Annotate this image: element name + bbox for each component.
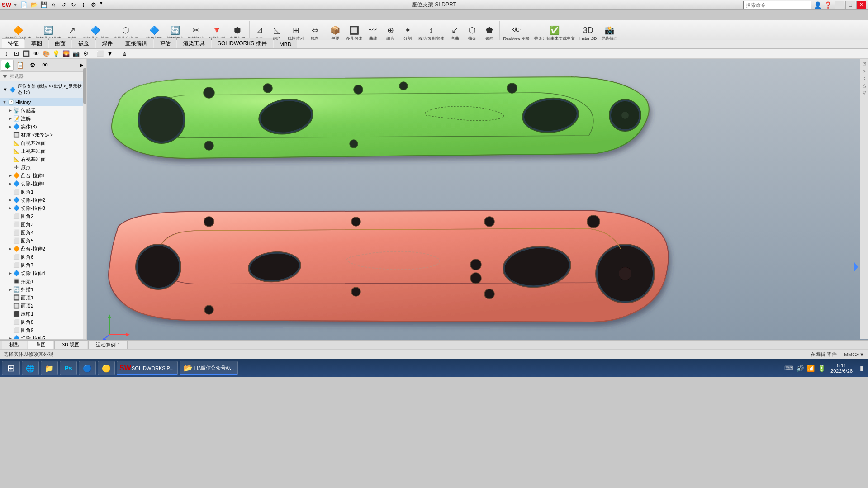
tab-surface[interactable]: 曲面 — [49, 38, 71, 48]
rt-btn-4[interactable]: △ — [861, 81, 868, 89]
tray-icon-1[interactable]: ⌨ — [784, 364, 793, 373]
tree-item-dome2[interactable]: ▶ 🔲 面顶2 — [0, 302, 86, 310]
tab-weldment[interactable]: 焊件 — [96, 38, 119, 48]
system-clock[interactable]: 6:11 2022/6/28 — [828, 363, 855, 374]
search-input[interactable] — [743, 1, 811, 9]
show-desktop-btn[interactable]: ▮ — [857, 364, 866, 373]
combine-btn[interactable]: ⊕ 组合 — [382, 24, 398, 42]
lights-btn[interactable]: 💡 — [52, 49, 61, 58]
cursor-btn[interactable]: ⊹ — [79, 0, 88, 9]
move-copy-btn[interactable]: ↕ 移动/复制实体 — [417, 24, 446, 42]
tree-item-fillet6[interactable]: ▶ ⬜ 圆角6 — [0, 253, 86, 261]
tree-item-cut-extrude5[interactable]: ▶ 🔷 切除-拉伸5 — [0, 334, 86, 339]
taskbar-solidworks[interactable]: SW SOLIDWORKS P... — [117, 361, 178, 375]
section-view-btn[interactable]: ⊡ — [12, 49, 21, 58]
rt-btn-3[interactable]: ◁ — [861, 74, 868, 81]
tree-item-fillet8[interactable]: ▶ ⬜ 圆角8 — [0, 318, 86, 326]
tree-item-fillet1[interactable]: ▶ ⬜ 圆角1 — [0, 188, 86, 196]
select-filter-btn[interactable]: ⬜ — [95, 49, 104, 58]
start-btn[interactable]: ⊞ — [2, 361, 20, 375]
tree-item-origin[interactable]: ▶ ✛ 原点 — [0, 163, 86, 171]
bend-btn[interactable]: ↙ 弯曲 — [447, 24, 463, 42]
tree-item-history[interactable]: ▼ 🕐 History — [0, 98, 86, 106]
curves-btn[interactable]: 〰 曲线 — [365, 24, 381, 42]
rt-btn-2[interactable]: ▷ — [861, 67, 868, 74]
restore-btn[interactable]: □ — [845, 1, 855, 9]
tree-item-cut-extrude2[interactable]: ▶ 🔷 切除-拉伸2 — [0, 196, 86, 204]
tree-item-cut-extrude3[interactable]: ▶ 🔷 切除-拉伸3 — [0, 204, 86, 212]
taskbar-app5[interactable]: 🟡 — [98, 361, 115, 375]
pattern-btn[interactable]: ⊞ 线性阵列 — [286, 24, 306, 42]
instant3d-btn[interactable]: 3D Instant3D — [578, 24, 599, 42]
tab-features[interactable]: 特征 — [2, 38, 24, 48]
taskbar-ps[interactable]: Ps — [60, 361, 77, 375]
split-btn[interactable]: ✦ 分割 — [399, 24, 416, 42]
realview-btn[interactable]: 👁 RealView 图形 — [502, 24, 531, 42]
shell-btn[interactable]: ⬡ 抽壳 — [464, 24, 480, 42]
tree-item-annotations[interactable]: ▶ 📝 注解 — [0, 114, 86, 123]
display-mode-btn[interactable]: 🖥 — [119, 49, 128, 58]
tree-item-cut-extrude4[interactable]: ▶ 🔷 切除-拉伸4 — [0, 269, 86, 277]
taskbar-browser[interactable]: 🌐 — [22, 361, 39, 375]
tree-item-material[interactable]: ▶ 🔲 材质 <未指定> — [0, 131, 86, 139]
panel-tab-properties[interactable]: 📋 — [14, 60, 26, 71]
tree-item-boss-extrude1[interactable]: ▶ 🔶 凸台-拉伸1 — [0, 171, 86, 180]
search-box[interactable] — [743, 1, 811, 9]
btab-sketch[interactable]: 草图 — [28, 340, 53, 350]
part-title[interactable]: ▼ 🔷 座位支架 (默认 <<默认>_显示状态 1>) — [0, 81, 86, 98]
new-btn[interactable]: 📄 — [19, 0, 28, 9]
tree-item-boss-extrude2[interactable]: ▶ 🔶 凸台-拉伸2 — [0, 245, 86, 253]
mirror-btn[interactable]: ⇔ 镜向 — [307, 24, 323, 42]
tree-item-sensors[interactable]: ▶ 📡 传感器 — [0, 106, 86, 114]
scene-btn[interactable]: 🌄 — [62, 49, 71, 58]
draft-btn[interactable]: ⬟ 镜向 — [481, 24, 498, 42]
undo-btn[interactable]: ↺ — [59, 0, 68, 9]
btab-model[interactable]: 模型 — [2, 340, 27, 350]
title-menu-arrow[interactable]: ▼ — [13, 2, 18, 7]
tab-evaluate[interactable]: 评估 — [154, 38, 176, 48]
filter-options-btn[interactable]: ▼ — [105, 49, 114, 58]
display-type-btn[interactable]: 🔲 — [22, 49, 31, 58]
multi-body-btn[interactable]: 🔲 多几何体 — [344, 24, 364, 42]
tree-item-dome1[interactable]: ▶ 🔲 面顶1 — [0, 294, 86, 302]
tree-item-fillet5[interactable]: ▶ ⬜ 圆角5 — [0, 237, 86, 245]
tree-item-right-plane[interactable]: ▶ 📐 右视基准面 — [0, 155, 86, 163]
screenshot-btn[interactable]: 📸 屏幕截面 — [599, 24, 619, 42]
panel-tab-feature-tree[interactable]: 🌲 — [1, 60, 14, 71]
redo-btn[interactable]: ↻ — [69, 0, 78, 9]
display-settings-btn[interactable]: ⚙ — [81, 49, 90, 58]
designchecker-btn[interactable]: ✅ 持设计师由来文成中文 — [532, 24, 577, 42]
close-btn[interactable]: ✕ — [856, 1, 866, 9]
tree-item-shell1[interactable]: ▶ 🔳 抽壳1 — [0, 277, 86, 285]
taskbar-explorer[interactable]: 📁 — [41, 361, 58, 375]
save-btn[interactable]: 💾 — [39, 0, 48, 9]
tab-sketch[interactable]: 草图 — [25, 38, 48, 48]
view-orient-btn[interactable]: ↕ — [2, 49, 11, 58]
rt-btn-1[interactable]: ⊡ — [861, 60, 868, 67]
tab-sw-addins[interactable]: SOLIDWORKS 插件 — [212, 38, 273, 48]
tab-mbd[interactable]: MBD — [274, 40, 298, 48]
tree-item-top-plane[interactable]: ▶ 📐 上视基准面 — [0, 147, 86, 155]
tree-item-fillet2[interactable]: ▶ ⬜ 圆角2 — [0, 212, 86, 220]
tree-item-indent1[interactable]: ▶ ⬛ 压印1 — [0, 310, 86, 318]
tree-item-front-plane[interactable]: ▶ 📐 前视基准面 — [0, 139, 86, 147]
tree-item-fillet4[interactable]: ▶ ⬜ 圆角4 — [0, 228, 86, 237]
cover-btn[interactable]: 📦 包覆 — [327, 24, 343, 42]
tree-item-sweep1[interactable]: ▶ 🔄 扫描1 — [0, 285, 86, 294]
tray-icon-2[interactable]: 🔊 — [795, 364, 804, 373]
tree-item-fillet9[interactable]: ▶ ⬜ 圆角9 — [0, 326, 86, 334]
taskbar-app4[interactable]: 🔵 — [79, 361, 96, 375]
options-btn[interactable]: ⚙ — [89, 0, 98, 9]
print-btn[interactable]: 🖨 — [49, 0, 58, 9]
tray-icon-3[interactable]: 📶 — [806, 364, 815, 373]
tray-icon-4[interactable]: 🔋 — [817, 364, 826, 373]
btab-3dview[interactable]: 3D 视图 — [54, 340, 87, 350]
tab-sheetmetal[interactable]: 钣金 — [72, 38, 95, 48]
hide-show-btn[interactable]: 👁 — [32, 49, 41, 58]
open-btn[interactable]: 📂 — [29, 0, 38, 9]
panel-tab-config[interactable]: ⚙ — [26, 60, 39, 71]
btab-motion[interactable]: 运动算例 1 — [88, 340, 128, 350]
taskbar-folder[interactable]: 📂 H:\微信公众号\0... — [180, 361, 238, 375]
viewport[interactable] — [87, 59, 868, 340]
tab-direct-edit[interactable]: 直接编辑 — [119, 38, 153, 48]
